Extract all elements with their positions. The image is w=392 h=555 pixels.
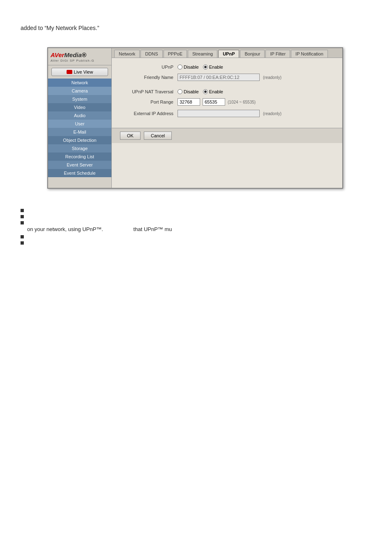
upnp-enable-option[interactable]: Enable [203, 65, 223, 69]
tab-ip-filter[interactable]: IP Filter [265, 50, 290, 58]
tab-streaming[interactable]: Streaming [188, 50, 217, 58]
external-ip-controls: (readonly) [178, 110, 334, 117]
sidebar-item-event-schedule[interactable]: Event Schedule [48, 169, 111, 177]
page-top-text: added to “My Network Places.” [21, 25, 99, 31]
bullet-4 [21, 234, 172, 238]
tab-upnp[interactable]: UPnP [218, 50, 239, 58]
upnp-disable-radio[interactable] [178, 65, 182, 69]
tab-network[interactable]: Network [114, 50, 140, 58]
external-ip-input[interactable] [178, 110, 260, 117]
cancel-button[interactable]: Cancel [144, 132, 172, 140]
sidebar-item-object-detection[interactable]: Object Detection [48, 136, 111, 144]
tab-ip-notification[interactable]: IP Notification [291, 50, 328, 58]
bullet-square-2 [21, 215, 24, 218]
bottom-text-row: on your network, using UPnP™. that UPnP™… [27, 226, 172, 232]
nat-radio-group: Disable Enable [178, 89, 334, 94]
nat-enable-label: Enable [209, 89, 223, 94]
bullet-3 [21, 220, 172, 224]
sidebar-item-event-server[interactable]: Event Server [48, 161, 111, 169]
friendly-name-input[interactable] [178, 74, 260, 81]
sidebar-item-system[interactable]: System [48, 95, 111, 103]
brand-subtitle: AVer DiGi SP Publish-G [51, 59, 109, 62]
nat-disable-radio[interactable] [178, 89, 182, 94]
brand-aver: AVer [51, 51, 64, 58]
upnp-disable-label: Disable [184, 65, 199, 69]
button-bar: OK Cancel [112, 128, 342, 143]
bottom-text-right: that UPnP™ mu [134, 226, 172, 232]
friendly-name-row: Friendly Name (readonly) [120, 74, 334, 81]
bottom-text-left: on your network, using UPnP™. [27, 226, 103, 232]
bullet-5 [21, 240, 172, 245]
nat-enable-radio[interactable] [203, 89, 208, 94]
brand-area: AVerMedia® AVer DiGi SP Publish-G [48, 48, 111, 65]
form-area: UPnP Disable Enable Friendly Name [112, 58, 342, 128]
nat-traversal-row: UPnP NAT Traversal Disable Enable [120, 89, 334, 94]
sidebar-item-user[interactable]: User [48, 120, 111, 128]
external-ip-row: External IP Address (readonly) [120, 110, 334, 117]
brand-title: AVerMedia® [51, 51, 109, 58]
nat-enable-option[interactable]: Enable [203, 89, 223, 94]
live-view-label: Live View [74, 69, 93, 74]
external-ip-readonly: (readonly) [263, 111, 281, 116]
tab-ddns[interactable]: DDNS [141, 50, 162, 58]
sidebar-item-video[interactable]: Video [48, 103, 111, 111]
upnp-enable-label: Enable [209, 65, 223, 69]
bullet-square-4 [21, 235, 24, 238]
bullets-section: on your network, using UPnP™. that UPnP™… [21, 208, 172, 246]
ok-button[interactable]: OK [120, 132, 141, 140]
tab-bar: Network DDNS PPPoE Streaming UPnP Bonjou… [112, 48, 342, 58]
upnp-disable-option[interactable]: Disable [178, 65, 199, 69]
bullet-square-1 [21, 209, 24, 212]
bullet-1 [21, 208, 172, 212]
nat-disable-label: Disable [184, 89, 199, 94]
nat-disable-option[interactable]: Disable [178, 89, 199, 94]
brand-media: Media [64, 51, 82, 58]
tab-pppoe[interactable]: PPPoE [164, 50, 187, 58]
upnp-label: UPnP [120, 65, 173, 69]
tab-bonjour[interactable]: Bonjour [240, 50, 265, 58]
friendly-name-readonly: (readonly) [263, 75, 281, 80]
live-view-button[interactable]: Live View [51, 68, 108, 76]
upnp-enable-radio[interactable] [203, 65, 208, 69]
port-range-hint: (1024 ~ 65535) [228, 100, 256, 104]
port-range-label: Port Range [120, 99, 173, 104]
main-content: Network DDNS PPPoE Streaming UPnP Bonjou… [112, 48, 342, 188]
friendly-name-controls: (readonly) [178, 74, 334, 81]
sidebar: AVerMedia® AVer DiGi SP Publish-G Live V… [48, 48, 112, 188]
friendly-name-label: Friendly Name [120, 75, 173, 80]
upnp-row: UPnP Disable Enable [120, 65, 334, 69]
upnp-radio-group: Disable Enable [178, 65, 334, 69]
sidebar-item-network[interactable]: Network [48, 79, 111, 87]
port-end-input[interactable] [203, 98, 225, 106]
sidebar-item-email[interactable]: E-Mail [48, 128, 111, 136]
external-ip-label: External IP Address [120, 111, 173, 116]
nat-traversal-label: UPnP NAT Traversal [120, 89, 173, 94]
main-dialog: AVerMedia® AVer DiGi SP Publish-G Live V… [47, 47, 343, 189]
port-range-row: Port Range (1024 ~ 65535) [120, 98, 334, 106]
sidebar-item-storage[interactable]: Storage [48, 144, 111, 153]
port-start-input[interactable] [178, 98, 200, 106]
bullet-2 [21, 214, 172, 218]
sidebar-item-camera[interactable]: Camera [48, 87, 111, 95]
live-view-icon [67, 70, 72, 74]
port-range-controls: (1024 ~ 65535) [178, 98, 334, 106]
sidebar-item-recording-list[interactable]: Recording List [48, 153, 111, 161]
bullet-square-3 [21, 221, 24, 224]
bullet-square-5 [21, 241, 24, 245]
sidebar-item-audio[interactable]: Audio [48, 111, 111, 120]
